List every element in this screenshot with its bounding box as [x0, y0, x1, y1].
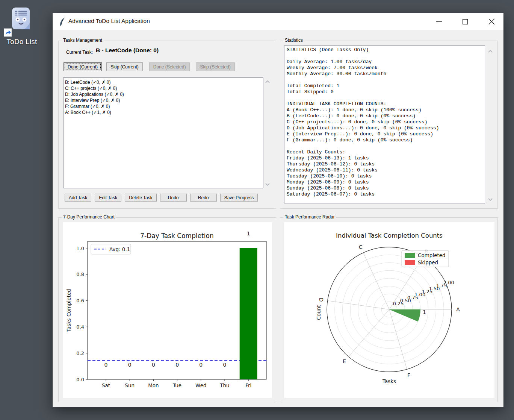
performance-chart-group: 7-Day Performance Chart 7-Day Task Compl…	[58, 217, 276, 402]
skip-current-button[interactable]: Skip (Current)	[106, 62, 143, 71]
statistics-textarea[interactable]: STATISTICS (Done Tasks Only) Daily Avera…	[284, 45, 485, 203]
minimize-button[interactable]	[430, 13, 447, 30]
svg-text:Skipped: Skipped	[418, 259, 438, 265]
svg-text:Tasks: Tasks	[382, 378, 396, 384]
minimize-icon	[436, 21, 442, 22]
svg-text:7-Day Task Completion: 7-Day Task Completion	[140, 232, 213, 240]
svg-text:Sat: Sat	[102, 382, 110, 388]
svg-text:E: E	[343, 358, 346, 364]
tasks-management-group: Tasks Management Current Task: B - LeetC…	[58, 41, 276, 209]
list-item[interactable]: A: Book C++ (✓1, ✗ 0)	[65, 109, 263, 115]
save-progress-button[interactable]: Save Progress	[220, 194, 258, 202]
svg-text:D: D	[318, 298, 324, 302]
edit-task-button[interactable]: Edit Task	[95, 194, 121, 202]
svg-text:Mon: Mon	[148, 382, 159, 388]
svg-text:Tue: Tue	[172, 382, 181, 388]
skip-selected-button[interactable]: Skip (Selected)	[196, 62, 234, 71]
svg-text:0: 0	[199, 362, 203, 368]
svg-text:0.8: 0.8	[76, 271, 84, 277]
svg-text:Count: Count	[316, 305, 322, 320]
svg-text:A: A	[456, 306, 460, 312]
svg-text:Tasks Completed: Tasks Completed	[66, 289, 72, 332]
chevron-up-icon[interactable]	[265, 79, 271, 85]
chevron-down-icon[interactable]	[265, 181, 271, 187]
svg-text:C: C	[359, 244, 363, 250]
app-window: Advanced ToDo List Application Tasks Man…	[53, 13, 503, 407]
list-item[interactable]: D: Job Applications (✓0, ✗ 0)	[65, 91, 263, 97]
svg-text:0.2: 0.2	[76, 350, 84, 356]
task-listbox[interactable]: B: LeetCode (✓0, ✗ 0)C: C++ projects (✓0…	[63, 77, 263, 188]
shortcut-arrow-badge	[4, 29, 12, 36]
statistics-group-label: Statistics	[283, 38, 304, 43]
close-icon	[488, 18, 495, 25]
svg-text:Individual Task Completion Cou: Individual Task Completion Counts	[336, 232, 443, 239]
svg-text:F: F	[407, 372, 410, 378]
list-item[interactable]: E: Interview Prep (✓0, ✗ 0)	[65, 97, 263, 103]
bar-chart: 7-Day Task Completion0.00.20.40.60.81.0T…	[63, 222, 272, 398]
window-title: Advanced ToDo List Application	[68, 18, 150, 24]
done-selected-button[interactable]: Done (Selected)	[149, 62, 190, 71]
svg-text:0.6: 0.6	[76, 298, 84, 303]
list-item[interactable]: F: Grammar (✓0, ✗ 0)	[65, 103, 263, 109]
svg-text:0.0: 0.0	[76, 377, 84, 382]
svg-text:1: 1	[423, 309, 426, 315]
todo-list-icon	[4, 8, 40, 37]
current-task-value: B - LeetCode (Done: 0)	[96, 47, 159, 54]
feather-icon	[59, 17, 67, 26]
svg-text:0: 0	[175, 362, 179, 368]
svg-text:0: 0	[128, 362, 132, 368]
svg-text:Wed: Wed	[195, 382, 206, 388]
svg-text:Thu: Thu	[219, 382, 229, 388]
desktop-shortcut-todo-list[interactable]: ToDo List	[3, 8, 41, 46]
list-item[interactable]: C: C++ projects (✓0, ✗ 0)	[65, 85, 263, 91]
maximize-button[interactable]	[457, 13, 474, 30]
undo-button[interactable]: Undo	[160, 194, 187, 202]
chevron-down-icon[interactable]	[487, 196, 493, 202]
statistics-text: STATISTICS (Done Tasks Only) Daily Avera…	[284, 46, 485, 199]
task-edit-buttons: Add Task Edit Task Delete Task Undo Redo…	[65, 194, 258, 202]
radar-chart-group: Task Performance Radar Individual Task C…	[280, 217, 498, 402]
svg-text:2.00: 2.00	[443, 280, 454, 285]
svg-text:Completed: Completed	[418, 252, 446, 258]
radar-chart: Individual Task Completion Counts0.250.5…	[284, 222, 494, 398]
svg-text:1: 1	[247, 230, 250, 237]
svg-text:0: 0	[223, 362, 227, 368]
chart-group-label: 7-Day Performance Chart	[62, 214, 116, 220]
tasks-group-label: Tasks Management	[62, 38, 104, 43]
svg-text:Fri: Fri	[245, 382, 251, 388]
maximize-icon	[463, 19, 468, 24]
svg-text:Sun: Sun	[125, 382, 135, 388]
svg-text:1.0: 1.0	[76, 246, 84, 251]
delete-task-button[interactable]: Delete Task	[125, 194, 156, 202]
list-item[interactable]: B: LeetCode (✓0, ✗ 0)	[65, 79, 263, 85]
svg-text:0: 0	[104, 362, 108, 368]
close-button[interactable]	[483, 13, 500, 30]
radar-chart-figure: Individual Task Completion Counts0.250.5…	[284, 222, 494, 398]
add-task-button[interactable]: Add Task	[65, 194, 91, 202]
desktop-icon-label: ToDo List	[3, 38, 41, 46]
svg-text:Avg: 0.1: Avg: 0.1	[109, 246, 130, 252]
redo-button[interactable]: Redo	[190, 194, 217, 202]
radar-group-label: Task Performance Radar	[283, 214, 336, 220]
chevron-up-icon[interactable]	[487, 49, 493, 55]
svg-text:0: 0	[152, 362, 155, 368]
task-action-buttons: Done (Current) Skip (Current) Done (Sele…	[63, 62, 235, 71]
titlebar[interactable]: Advanced ToDo List Application	[53, 13, 503, 30]
current-task-label: Current Task:	[66, 50, 93, 55]
svg-text:0.4: 0.4	[76, 324, 84, 330]
statistics-group: Statistics STATISTICS (Done Tasks Only) …	[280, 41, 498, 209]
bar-chart-figure: 7-Day Task Completion0.00.20.40.60.81.0T…	[63, 222, 272, 398]
done-current-button[interactable]: Done (Current)	[63, 62, 102, 71]
